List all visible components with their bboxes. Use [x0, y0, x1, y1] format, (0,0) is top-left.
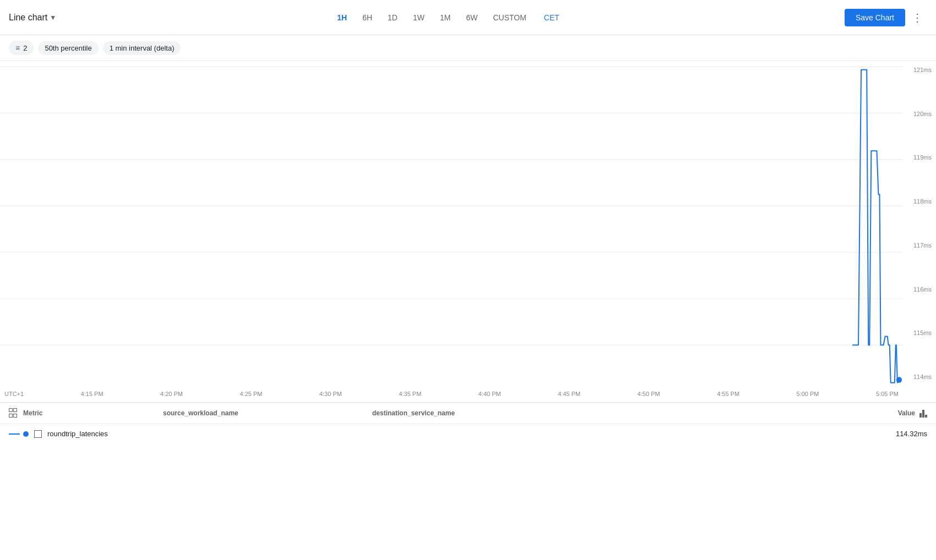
y-label-115: 115ms	[913, 330, 932, 336]
time-btn-6h[interactable]: 6H	[356, 10, 379, 25]
y-label-120: 120ms	[913, 111, 932, 117]
legend-col-value-header: Value	[861, 409, 927, 418]
dest-col-label: destination_service_name	[372, 409, 455, 417]
chart-type-label: Line chart	[9, 13, 47, 23]
legend-value-cell: 114.32ms	[861, 430, 927, 438]
bars-icon[interactable]	[919, 409, 927, 418]
legend-row: roundtrip_latencies 114.32ms	[0, 424, 936, 443]
x-label-445: 4:45 PM	[558, 391, 580, 397]
y-label-118: 118ms	[913, 198, 932, 205]
filter-count-label: 2	[23, 44, 27, 52]
legend-col-source-header: source_workload_name	[163, 409, 372, 417]
chart-container: 121ms 120ms 119ms 118ms 117ms 116ms 115m…	[0, 61, 936, 402]
line-dash	[9, 433, 20, 435]
chart-area[interactable]: 121ms 120ms 119ms 118ms 117ms 116ms 115m…	[0, 61, 936, 402]
time-btn-1w[interactable]: 1W	[406, 10, 431, 25]
svg-point-7	[896, 377, 902, 383]
filter-count-chip[interactable]: ≡ 2	[9, 41, 34, 55]
legend-col-metric-header: Metric	[9, 408, 163, 418]
legend-col-dest-header: destination_service_name	[372, 409, 861, 417]
dropdown-arrow-icon: ▼	[50, 14, 56, 21]
color-box	[34, 430, 42, 438]
more-options-button[interactable]: ⋮	[907, 8, 927, 28]
legend-header: Metric source_workload_name destination_…	[0, 403, 936, 424]
y-label-114: 114ms	[913, 374, 932, 380]
metric-col-label: Metric	[23, 409, 42, 417]
time-btn-1d[interactable]: 1D	[381, 10, 404, 25]
header: Line chart ▼ 1H 6H 1D 1W 1M 6W CUSTOM CE…	[0, 0, 936, 35]
value-col-label: Value	[898, 409, 915, 417]
interval-label: 1 min interval (delta)	[110, 44, 175, 52]
grid-icon	[9, 408, 19, 418]
line-indicator	[9, 431, 29, 437]
save-chart-button[interactable]: Save Chart	[845, 9, 905, 26]
percentile-chip[interactable]: 50th percentile	[38, 41, 98, 55]
time-btn-1m[interactable]: 1M	[433, 10, 457, 25]
y-label-119: 119ms	[913, 154, 932, 161]
y-label-117: 117ms	[913, 242, 932, 249]
metric-value: 114.32ms	[896, 430, 927, 438]
legend-table: Metric source_workload_name destination_…	[0, 402, 936, 443]
dot-indicator	[23, 431, 29, 437]
x-label-440: 4:40 PM	[478, 391, 501, 397]
time-btn-custom[interactable]: CUSTOM	[486, 10, 532, 25]
time-btn-1h[interactable]: 1H	[330, 10, 353, 25]
metric-name: roundtrip_latencies	[47, 430, 108, 438]
x-label-505: 5:05 PM	[876, 391, 899, 397]
filter-icon: ≡	[15, 43, 20, 52]
chart-svg	[0, 61, 903, 386]
legend-metric-cell: roundtrip_latencies	[47, 430, 168, 438]
percentile-label: 50th percentile	[45, 44, 91, 52]
x-label-450: 4:50 PM	[638, 391, 660, 397]
chart-type-selector[interactable]: Line chart ▼	[9, 13, 56, 23]
filter-bar: ≡ 2 50th percentile 1 min interval (delt…	[0, 35, 936, 61]
time-controls: 1H 6H 1D 1W 1M 6W CUSTOM CET	[330, 10, 566, 25]
time-btn-tz[interactable]: CET	[537, 10, 566, 25]
x-axis: UTC+1 4:15 PM 4:20 PM 4:25 PM 4:30 PM 4:…	[0, 386, 903, 402]
y-label-121: 121ms	[913, 67, 932, 73]
x-label-420: 4:20 PM	[160, 391, 183, 397]
x-label-tz: UTC+1	[4, 391, 24, 397]
x-label-455: 4:55 PM	[717, 391, 739, 397]
interval-chip[interactable]: 1 min interval (delta)	[103, 41, 181, 55]
time-btn-6w[interactable]: 6W	[459, 10, 484, 25]
x-label-415: 4:15 PM	[81, 391, 104, 397]
y-axis: 121ms 120ms 119ms 118ms 117ms 116ms 115m…	[903, 61, 936, 386]
source-col-label: source_workload_name	[163, 409, 238, 417]
x-label-425: 4:25 PM	[240, 391, 263, 397]
x-label-435: 4:35 PM	[399, 391, 421, 397]
x-label-500: 5:00 PM	[797, 391, 819, 397]
y-label-116: 116ms	[913, 286, 932, 293]
x-label-430: 4:30 PM	[319, 391, 342, 397]
